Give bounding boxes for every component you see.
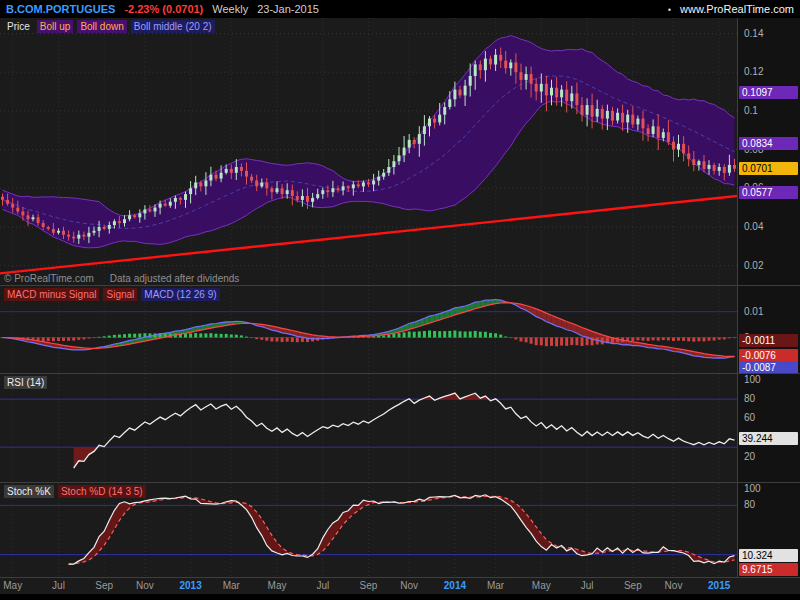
boll-middle-badge: 0.0834 bbox=[739, 137, 798, 150]
macd-scale[interactable]: 0.010-0.0011-0.0076-0.0087 bbox=[737, 286, 800, 373]
macd-signal-badge: -0.0076 bbox=[739, 349, 798, 362]
legend-stoch-k[interactable]: Stoch %K bbox=[4, 485, 54, 498]
prorealtime-link[interactable]: www.ProRealTime.com bbox=[680, 3, 794, 15]
symbol-name: B.COM.PORTUGUES bbox=[6, 3, 115, 15]
boll-down-badge: 0.0577 bbox=[739, 186, 798, 199]
xaxis-month-mar: Mar bbox=[487, 580, 504, 591]
legend-macd-12-26-9[interactable]: MACD (12 26 9) bbox=[141, 288, 219, 301]
xaxis-month-sep: Sep bbox=[360, 580, 378, 591]
xaxis-month-jul: Jul bbox=[52, 580, 65, 591]
rsi-scale[interactable]: 1008060402039.244 bbox=[737, 374, 800, 482]
price-change: -2.23% (0.0701) bbox=[124, 3, 203, 15]
legend-boll-down[interactable]: Boll down bbox=[77, 20, 126, 33]
timeframe-label: Weekly bbox=[212, 3, 248, 15]
xaxis-year-2015: 2015 bbox=[708, 580, 730, 591]
xaxis-month-may: May bbox=[268, 580, 287, 591]
legend-stoch-d-14-3-5[interactable]: Stoch %D (14 3 5) bbox=[58, 485, 146, 498]
macd-pane: 0.010-0.0011-0.0076-0.0087 MACD minus Si… bbox=[0, 286, 800, 374]
scale-label-100: 100 bbox=[744, 483, 761, 495]
macd-line-badge: -0.0087 bbox=[739, 361, 798, 374]
xaxis-month-nov: Nov bbox=[400, 580, 418, 591]
prorealtime-chart-window: B.COM.PORTUGUES -2.23% (0.0701) Weekly 2… bbox=[0, 0, 800, 600]
scale-label-0.12: 0.12 bbox=[744, 66, 763, 78]
scale-label-80: 80 bbox=[744, 393, 755, 405]
rsi-value-badge: 39.244 bbox=[739, 432, 798, 445]
prorealtime-logo-icon: ▪ bbox=[668, 5, 671, 14]
bottom-strip bbox=[0, 594, 800, 600]
stoch-legend: Stoch %KStoch %D (14 3 5) bbox=[4, 485, 146, 498]
price-pane: 0.140.120.10.080.060.040.020.10970.08340… bbox=[0, 18, 800, 286]
scale-label-0.01: 0.01 bbox=[744, 306, 763, 318]
xaxis-year-2013: 2013 bbox=[179, 580, 201, 591]
legend-rsi-14[interactable]: RSI (14) bbox=[4, 376, 47, 389]
price-scale[interactable]: 0.140.120.10.080.060.040.020.10970.08340… bbox=[737, 18, 800, 285]
xaxis-month-sep: Sep bbox=[95, 580, 113, 591]
legend-macd-minus-signal[interactable]: MACD minus Signal bbox=[4, 288, 99, 301]
last-price-badge: 0.0701 bbox=[739, 162, 798, 175]
copyright-note: © ProRealTime.com Data adjusted after di… bbox=[4, 273, 239, 284]
stoch-pane: 1008020010.3249.6715 Stoch %KStoch %D (1… bbox=[0, 483, 800, 578]
macd-legend: MACD minus SignalSignalMACD (12 26 9) bbox=[4, 288, 220, 301]
stoch-k-badge: 10.324 bbox=[739, 549, 798, 562]
scale-label-0.04: 0.04 bbox=[744, 221, 763, 233]
xaxis-month-may: May bbox=[532, 580, 551, 591]
xaxis-month-jul: Jul bbox=[316, 580, 329, 591]
legend-boll-middle-20-2[interactable]: Boll middle (20 2) bbox=[131, 20, 215, 33]
title-bar: B.COM.PORTUGUES -2.23% (0.0701) Weekly 2… bbox=[0, 0, 800, 18]
copyright-text: © ProRealTime.com bbox=[4, 273, 94, 284]
price-legend: PriceBoll upBoll downBoll middle (20 2) bbox=[4, 20, 215, 33]
legend-price[interactable]: Price bbox=[4, 20, 33, 33]
rsi-legend: RSI (14) bbox=[4, 376, 47, 389]
stoch-scale[interactable]: 1008020010.3249.6715 bbox=[737, 483, 800, 577]
scale-label-0.14: 0.14 bbox=[744, 28, 763, 40]
rsi-chart-plot[interactable] bbox=[0, 374, 737, 482]
macd-hist-badge: -0.0011 bbox=[739, 334, 798, 347]
date-label: 23-Jan-2015 bbox=[257, 3, 319, 15]
rsi-pane: 1008060402039.244 RSI (14) bbox=[0, 374, 800, 483]
boll-up-badge: 0.1097 bbox=[739, 86, 798, 99]
scale-label-0.02: 0.02 bbox=[744, 260, 763, 272]
dividends-note: Data adjusted after dividends bbox=[110, 273, 240, 284]
scale-label-60: 60 bbox=[744, 412, 755, 424]
xaxis-month-nov: Nov bbox=[136, 580, 154, 591]
xaxis-month-jul: Jul bbox=[581, 580, 594, 591]
time-axis[interactable]: MayJulSepNov2013MarMayJulSepNov2014MarMa… bbox=[0, 578, 800, 594]
xaxis-month-may: May bbox=[3, 580, 22, 591]
xaxis-month-mar: Mar bbox=[223, 580, 240, 591]
price-chart-plot[interactable] bbox=[0, 18, 737, 285]
xaxis-month-nov: Nov bbox=[665, 580, 683, 591]
xaxis-month-sep: Sep bbox=[624, 580, 642, 591]
legend-boll-up[interactable]: Boll up bbox=[37, 20, 74, 33]
legend-signal[interactable]: Signal bbox=[103, 288, 137, 301]
scale-label-80: 80 bbox=[744, 499, 755, 511]
scale-label-20: 20 bbox=[744, 451, 755, 463]
xaxis-year-2014: 2014 bbox=[444, 580, 466, 591]
stoch-d-badge: 9.6715 bbox=[739, 563, 798, 576]
scale-label-100: 100 bbox=[744, 374, 761, 386]
scale-label-0.1: 0.1 bbox=[744, 105, 758, 117]
